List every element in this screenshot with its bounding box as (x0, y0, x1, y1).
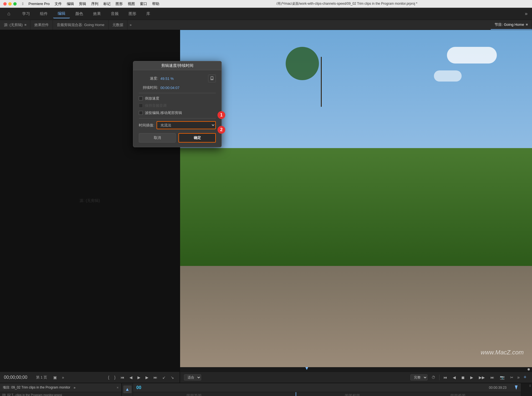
source-step-back[interactable]: ◀ (128, 375, 134, 380)
app-menu-sequence[interactable]: 序列 (91, 1, 98, 6)
project-panel-title: 项目: 09_02 Trim clips in the Program moni… (3, 385, 70, 390)
tab-metadata-label: 元数据 (112, 22, 123, 27)
app-menu-edit[interactable]: 编辑 (67, 1, 74, 6)
modal-ripple-row[interactable]: 波纹编辑,移动尾部剪辑 (139, 110, 216, 115)
source-go-in[interactable]: ⏮ (119, 375, 126, 380)
tab-program-menu-icon[interactable]: ≡ (526, 22, 528, 27)
close-window-btn[interactable] (3, 2, 7, 6)
modal-separator-2 (139, 118, 216, 118)
cloud-2 (434, 70, 462, 82)
modal-reverse-row[interactable]: 倒放速度 (139, 96, 216, 101)
modal-duration-field: 持续时间: 00:00:04:07 (139, 85, 216, 90)
source-step-fwd[interactable]: ▶ (144, 375, 150, 380)
nav-more-btn[interactable]: » (525, 11, 528, 17)
modal-cancel-button[interactable]: 取消 (139, 133, 176, 143)
tab-source-menu[interactable]: ≡ (24, 23, 27, 27)
maximize-window-btn[interactable] (13, 2, 17, 6)
program-play[interactable]: ▶ (469, 375, 475, 380)
project-file-name: 09_02 T...clips in the Program monitor.p… (0, 392, 121, 396)
modal-buttons: 取消 确定 (139, 133, 216, 143)
source-insert[interactable]: ↙ (161, 375, 167, 380)
db-scale: 0 -12 -24 -36 -48 dB (521, 383, 532, 396)
tab-audio-mixer-label: 音频剪辑混合器: Going Home (57, 22, 104, 27)
source-mark-out[interactable]: } (112, 375, 117, 380)
nav-item-edit[interactable]: 编辑 (53, 9, 70, 18)
app-menu-marker[interactable]: 标记 (103, 1, 111, 6)
nav-item-assembly[interactable]: 组件 (35, 10, 52, 18)
badge-2: 2 (218, 126, 225, 134)
modal-maintain-pitch-row[interactable]: 保持音频音调 (139, 103, 216, 108)
macos-titlebar:  Premiere Pro 文件 编辑 剪辑 序列 标记 图形 视图 窗口 帮… (0, 0, 532, 8)
tab-effect-controls[interactable]: 效果控件 (30, 20, 53, 30)
project-panel-header: 项目: 09_02 Trim clips in the Program moni… (0, 383, 121, 392)
quality-dropdown[interactable]: 完整 (410, 374, 428, 380)
nav-item-audio[interactable]: 音频 (106, 10, 123, 18)
tab-source[interactable]: 源: (无剪辑) ≡ (0, 20, 30, 30)
tab-effect-controls-label: 效果控件 (34, 22, 49, 27)
source-overwrite[interactable]: ↘ (169, 375, 176, 380)
modal-reverse-checkbox[interactable] (139, 97, 143, 100)
timeline-playhead-line (296, 392, 296, 396)
project-panel-close[interactable]: × (117, 386, 119, 390)
source-mark-in[interactable]: { (106, 375, 111, 380)
program-settings-btn[interactable]: ⏱ (430, 375, 437, 380)
tab-audio-mixer[interactable]: 音频剪辑混合器: Going Home (53, 20, 108, 30)
badge-1: 1 (218, 111, 225, 119)
source-page-nav-btn[interactable]: ▣ (52, 375, 58, 380)
program-mark-in[interactable]: ⏮ (442, 375, 449, 380)
timeline-playhead-indicator (515, 385, 518, 390)
modal-interp-select[interactable]: 光流法 帧采样 帧混合 (157, 121, 216, 129)
modal-maintain-pitch-label: 保持音频音调 (145, 103, 167, 108)
modal-separator-1 (139, 93, 216, 93)
tab-program[interactable]: 节目: Going Home ≡ (491, 20, 532, 30)
tool-track-select[interactable]: ◧ (123, 395, 132, 396)
cloud-1 (447, 47, 497, 64)
app-menu-premiere[interactable]: Premiere Pro (29, 2, 50, 6)
modal-body: 速度: 49.51 % 持续时间: 00:00:04:07 倒放速 (133, 70, 221, 147)
left-panels-more[interactable]: » (127, 20, 134, 30)
nav-item-effects[interactable]: 效果 (89, 10, 105, 18)
program-mark-out[interactable]: ⏭ (489, 375, 496, 380)
app-menu-help[interactable]: 帮助 (152, 1, 159, 6)
modal-interpolation-row: 时间插值: 光流法 帧采样 帧混合 (139, 121, 216, 129)
app-navbar: ⌂ 学习 组件 编辑 颜色 效果 音频 图形 库 » (0, 8, 532, 20)
modal-link-icon[interactable] (208, 75, 216, 82)
modal-maintain-pitch-checkbox[interactable] (139, 104, 143, 108)
main-content: 源: (无剪辑) 00;00;00;00 第 1 页 ▣ » { } ⏮ ◀ ▶… (0, 30, 532, 383)
app-menu-view[interactable]: 视图 (128, 1, 135, 6)
project-panel-more[interactable]: » (74, 386, 76, 390)
modal-duration-value[interactable]: 00:00:04:07 (160, 86, 180, 90)
program-playhead-dot (528, 368, 530, 370)
nav-item-library[interactable]: 库 (142, 10, 155, 18)
nav-item-learn[interactable]: 学习 (18, 10, 34, 18)
tool-selection[interactable]: ▲ (123, 385, 132, 393)
app-menu-clip[interactable]: 剪辑 (79, 1, 86, 6)
fit-dropdown[interactable]: 适合 (184, 374, 201, 380)
tab-metadata[interactable]: 元数据 (109, 20, 127, 30)
program-trim-btn[interactable]: ✂ (508, 375, 515, 380)
program-more-btn[interactable]: » (517, 375, 520, 380)
program-stop[interactable]: ◼ (460, 375, 466, 380)
apple-menu[interactable]:  (22, 2, 24, 6)
modal-ripple-checkbox[interactable] (139, 111, 143, 115)
home-button[interactable]: ⌂ (4, 9, 13, 18)
source-page-indicator: 第 1 页 (36, 375, 47, 380)
app-menu-graphics[interactable]: 图形 (116, 1, 123, 6)
nav-item-color[interactable]: 颜色 (71, 10, 88, 18)
program-step-back[interactable]: ◀ (451, 375, 457, 380)
program-playhead-marker (305, 367, 308, 370)
app-menu-file[interactable]: 文件 (55, 1, 62, 6)
source-play[interactable]: ▶ (136, 375, 142, 380)
source-page-next-btn[interactable]: » (60, 375, 66, 380)
source-go-out[interactable]: ⏭ (152, 375, 159, 380)
timeline-header: 00 00:00:39:23 (133, 383, 521, 392)
modal-speed-value[interactable]: 49.51 % (160, 77, 174, 81)
app-menu-window[interactable]: 窗口 (140, 1, 147, 6)
program-add-btn[interactable]: + (522, 374, 528, 381)
timeline-tools: ▲ ◧ ↔ ⇄ ✂ ⟺ ✒ ✋ (122, 383, 133, 396)
nav-item-graphics[interactable]: 图形 (124, 10, 141, 18)
minimize-window-btn[interactable] (8, 2, 12, 6)
modal-ok-button[interactable]: 确定 (178, 133, 216, 143)
program-export-frame[interactable]: 📷 (498, 375, 506, 380)
program-step-fwd[interactable]: ▶▶ (477, 375, 487, 380)
